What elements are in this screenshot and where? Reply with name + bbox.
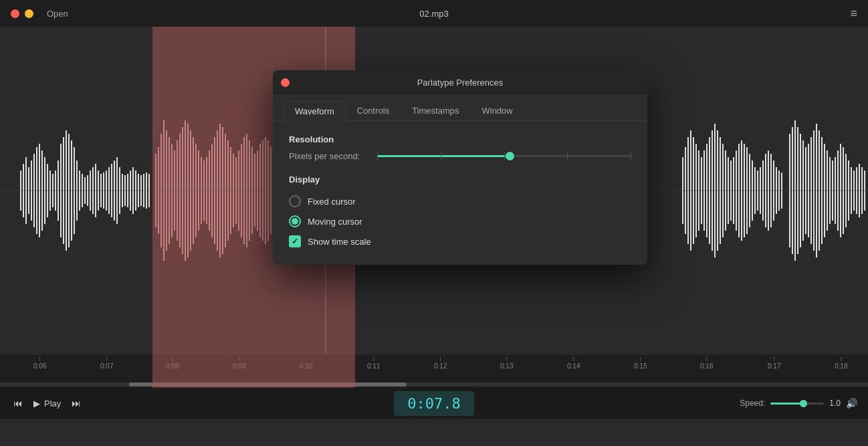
titlebar-left: Open: [11, 9, 68, 19]
time-tick: 0:15: [634, 357, 647, 370]
dialog-title: Parlatype Preferences: [417, 78, 504, 88]
pixels-per-second-label: Pixels per second:: [289, 151, 369, 161]
titlebar: Open 02.mp3 ≡: [0, 0, 868, 27]
show-time-scale-label: Show time scale: [308, 237, 371, 247]
timescale-inner: 0:06 0:07 0:08 0:09 0:10 0:11: [0, 357, 868, 388]
resolution-section-title: Resolution: [289, 134, 631, 144]
traffic-light-red[interactable]: [11, 9, 19, 18]
moving-cursor-row[interactable]: Moving cursor: [289, 211, 631, 231]
dialog-titlebar: Parlatype Preferences: [273, 70, 647, 94]
pixels-per-second-row: Pixels per second:: [289, 151, 631, 161]
timescale: 0:06 0:07 0:08 0:09 0:10 0:11: [0, 354, 868, 388]
speaker-icon: 🔊: [846, 398, 857, 409]
display-section-title: Display: [289, 175, 631, 185]
play-button[interactable]: ▶ Play: [33, 399, 61, 409]
time-tick: 0:07: [100, 357, 113, 370]
play-icon: ▶: [33, 399, 40, 409]
show-time-scale-row[interactable]: ✓ Show time scale: [289, 231, 631, 251]
time-tick: 0:12: [434, 357, 447, 370]
fixed-cursor-label: Fixed cursor: [308, 197, 356, 207]
speed-value: 1.0: [829, 399, 841, 408]
time-tick: 0:16: [700, 357, 713, 370]
time-tick: 0:18: [835, 357, 847, 370]
show-time-scale-checkbox[interactable]: ✓: [289, 235, 301, 247]
speed-section: Speed: 1.0 🔊: [740, 398, 857, 409]
menu-button[interactable]: ≡: [850, 7, 857, 21]
time-tick: 0:11: [367, 357, 380, 370]
window-title: 02.mp3: [419, 9, 448, 19]
dialog-close-button[interactable]: [281, 78, 290, 87]
moving-cursor-label: Moving cursor: [308, 217, 362, 227]
slider-ticks: [377, 152, 631, 160]
tab-window[interactable]: Window: [470, 101, 524, 120]
dialog-tabs: Waveform Controls Timestamps Window: [273, 94, 647, 121]
fixed-cursor-row[interactable]: Fixed cursor: [289, 191, 631, 211]
display-section: Display Fixed cursor Moving cursor: [289, 175, 631, 251]
speed-slider-thumb[interactable]: [800, 400, 807, 407]
moving-cursor-radio-inner: [292, 218, 298, 225]
resolution-slider-thumb[interactable]: [506, 152, 514, 160]
speed-slider[interactable]: [770, 403, 824, 405]
time-display: 0:07.8: [394, 391, 474, 416]
preferences-dialog: Parlatype Preferences Waveform Controls …: [273, 70, 647, 265]
transport-bar: ⏮ ▶ Play ⏭ 0:07.8 Speed: 1.0 🔊: [0, 388, 868, 419]
time-tick: 0:17: [768, 357, 780, 370]
speed-slider-fill: [770, 403, 804, 405]
time-tick: 0:14: [567, 357, 580, 370]
traffic-light-yellow[interactable]: [25, 9, 33, 18]
skip-forward-button[interactable]: ⏭: [69, 395, 84, 411]
tab-controls[interactable]: Controls: [346, 101, 401, 120]
speed-label: Speed:: [740, 399, 765, 408]
scrollbar-track[interactable]: [0, 382, 868, 386]
fixed-cursor-radio[interactable]: [289, 195, 301, 207]
skip-back-button[interactable]: ⏮: [11, 395, 25, 411]
time-tick: 0:13: [500, 357, 513, 370]
moving-cursor-radio[interactable]: [289, 215, 301, 227]
time-tick: 0:06: [33, 357, 46, 370]
dialog-content: Resolution Pixels per second:: [273, 121, 647, 265]
resolution-slider[interactable]: [377, 155, 631, 157]
play-label: Play: [44, 399, 61, 409]
tab-timestamps[interactable]: Timestamps: [401, 101, 470, 120]
open-button[interactable]: Open: [47, 9, 68, 19]
tab-waveform[interactable]: Waveform: [284, 101, 346, 121]
